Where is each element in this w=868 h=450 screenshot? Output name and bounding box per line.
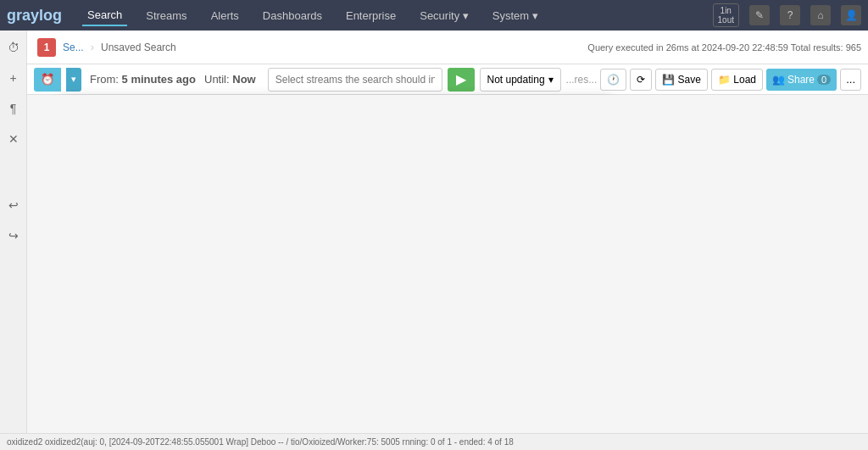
save-icon: 💾: [662, 74, 675, 86]
unsaved-search-label: Unsaved Search: [101, 42, 176, 53]
save-label: Save: [678, 74, 701, 86]
until-label: Until: Now: [204, 73, 256, 86]
nav-right: 1in 1out ✎ ? ⌂ 👤: [713, 3, 861, 27]
nav-enterprise[interactable]: Enterprise: [341, 6, 401, 25]
toolbar: ⏰ ▾ From: 5 minutes ago Until: Now ▶ Not…: [27, 64, 868, 95]
not-updating-label: Not updating: [487, 74, 545, 86]
history-button[interactable]: 🕐: [600, 69, 626, 91]
help-nav-icon[interactable]: ?: [780, 5, 800, 25]
traffic-in: 1in: [721, 6, 732, 15]
search-row: 1 Se... › Unsaved Search Query executed …: [27, 31, 868, 64]
tab-label[interactable]: Se...: [63, 42, 84, 53]
top-nav: graylog Search Streams Alerts Dashboards…: [0, 0, 868, 31]
nav-system[interactable]: System ▾: [487, 6, 543, 25]
more-button[interactable]: ...: [840, 69, 861, 91]
sidebar-clock-icon[interactable]: ⏱: [3, 37, 24, 58]
time-range-button[interactable]: ⏰: [34, 68, 61, 92]
load-label: Load: [733, 74, 756, 86]
nav-search[interactable]: Search: [82, 5, 127, 26]
app-logo: graylog: [7, 7, 62, 25]
query-info: Query executed in 26ms at 2024-09-20 22:…: [587, 42, 861, 53]
run-search-button[interactable]: ▶: [448, 68, 475, 92]
separator: ›: [91, 41, 94, 53]
share-icon: 👥: [772, 74, 785, 86]
step-badge-1: 1: [37, 38, 56, 57]
share-count: 0: [817, 75, 831, 85]
load-icon: 📁: [718, 74, 731, 86]
save-button[interactable]: 💾 Save: [655, 69, 708, 91]
load-button[interactable]: 📁 Load: [711, 69, 763, 91]
not-updating-chevron: ▾: [548, 74, 554, 86]
nav-security[interactable]: Security ▾: [415, 6, 474, 25]
home-nav-icon[interactable]: ⌂: [810, 5, 831, 25]
stream-select[interactable]: [268, 68, 442, 92]
sidebar-icons: ⏱ + ¶ ✕ ↩ ↪: [0, 31, 27, 95]
sidebar-plus-icon[interactable]: +: [3, 68, 24, 88]
nav-dashboards[interactable]: Dashboards: [258, 6, 327, 25]
user-nav-icon[interactable]: 👤: [841, 5, 861, 25]
edit-nav-icon[interactable]: ✎: [749, 5, 770, 25]
time-range-dropdown[interactable]: ▾: [66, 68, 81, 92]
replay-button[interactable]: ⟳: [630, 69, 652, 91]
toolbar-search-res: ...res...: [566, 74, 598, 86]
share-label: Share: [787, 74, 815, 86]
from-label: From: 5 minutes ago: [90, 73, 196, 86]
nav-alerts[interactable]: Alerts: [206, 6, 244, 25]
traffic-out: 1out: [718, 15, 734, 25]
nav-streams[interactable]: Streams: [141, 6, 192, 25]
not-updating-button[interactable]: Not updating ▾: [480, 68, 561, 92]
share-button[interactable]: 👥 Share 0: [766, 69, 837, 91]
